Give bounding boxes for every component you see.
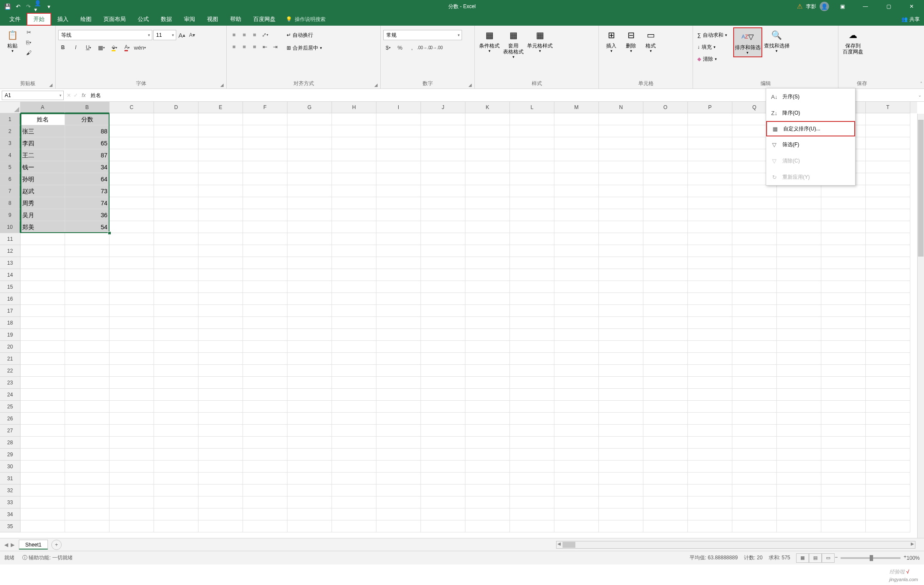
cell[interactable] bbox=[198, 496, 243, 508]
cell[interactable] bbox=[21, 257, 65, 269]
cell[interactable] bbox=[688, 305, 732, 317]
cell[interactable] bbox=[866, 341, 910, 353]
cell-styles-button[interactable]: ▦单元格样式▾ bbox=[525, 27, 554, 54]
cell[interactable] bbox=[643, 161, 688, 173]
col-header[interactable]: E bbox=[198, 102, 243, 113]
qat-more-icon[interactable]: ▾ bbox=[44, 2, 53, 11]
cell[interactable] bbox=[154, 305, 198, 317]
cell[interactable] bbox=[110, 149, 154, 161]
fx-icon[interactable]: fx bbox=[79, 92, 88, 98]
row-header[interactable]: 32 bbox=[0, 485, 21, 496]
cell[interactable] bbox=[777, 269, 821, 281]
cell[interactable] bbox=[732, 401, 777, 413]
cell[interactable] bbox=[688, 508, 732, 520]
cell[interactable] bbox=[643, 149, 688, 161]
cell[interactable] bbox=[599, 413, 643, 425]
cell[interactable] bbox=[821, 485, 866, 496]
next-sheet-icon[interactable]: ▶ bbox=[11, 542, 15, 548]
cell[interactable] bbox=[154, 281, 198, 293]
cell[interactable] bbox=[465, 520, 510, 532]
cell[interactable] bbox=[465, 209, 510, 221]
cell[interactable] bbox=[777, 473, 821, 485]
cell[interactable] bbox=[599, 377, 643, 389]
cell[interactable] bbox=[21, 425, 65, 437]
cell[interactable] bbox=[510, 485, 554, 496]
copy-icon[interactable]: ⎘▾ bbox=[24, 38, 33, 47]
italic-icon[interactable]: I bbox=[71, 43, 80, 52]
cell[interactable] bbox=[198, 197, 243, 209]
cell[interactable] bbox=[21, 496, 65, 508]
col-header[interactable]: O bbox=[643, 102, 688, 113]
cell[interactable] bbox=[243, 341, 287, 353]
cell[interactable] bbox=[421, 353, 465, 365]
cell[interactable] bbox=[110, 317, 154, 329]
cell[interactable] bbox=[599, 209, 643, 221]
cell[interactable] bbox=[154, 508, 198, 520]
cell[interactable] bbox=[243, 293, 287, 305]
cell[interactable] bbox=[599, 353, 643, 365]
cell[interactable] bbox=[287, 305, 332, 317]
cell[interactable] bbox=[777, 185, 821, 197]
cell[interactable] bbox=[287, 149, 332, 161]
cell[interactable] bbox=[510, 245, 554, 257]
cell[interactable] bbox=[688, 113, 732, 125]
cell[interactable] bbox=[110, 305, 154, 317]
cell[interactable] bbox=[243, 389, 287, 401]
tab-data[interactable]: 数据 bbox=[155, 13, 178, 26]
cell[interactable] bbox=[198, 281, 243, 293]
cell[interactable] bbox=[243, 329, 287, 341]
cell[interactable] bbox=[510, 365, 554, 377]
cell[interactable] bbox=[688, 389, 732, 401]
cell[interactable] bbox=[777, 389, 821, 401]
col-header[interactable]: L bbox=[510, 102, 554, 113]
col-header[interactable]: I bbox=[376, 102, 421, 113]
cell[interactable] bbox=[287, 197, 332, 209]
cell[interactable] bbox=[643, 173, 688, 185]
cell[interactable] bbox=[554, 317, 599, 329]
select-all-button[interactable] bbox=[0, 102, 21, 113]
cell[interactable] bbox=[821, 449, 866, 461]
expand-formula-icon[interactable]: ⌄ bbox=[918, 93, 921, 98]
cell[interactable] bbox=[554, 113, 599, 125]
cell[interactable] bbox=[732, 233, 777, 245]
cell[interactable] bbox=[376, 209, 421, 221]
cell[interactable] bbox=[866, 125, 910, 137]
cell[interactable] bbox=[777, 329, 821, 341]
cell[interactable] bbox=[154, 413, 198, 425]
cell[interactable] bbox=[332, 269, 376, 281]
cell[interactable] bbox=[821, 305, 866, 317]
cell[interactable] bbox=[688, 520, 732, 532]
cell[interactable] bbox=[154, 293, 198, 305]
cell[interactable] bbox=[599, 269, 643, 281]
cell[interactable] bbox=[243, 365, 287, 377]
cell[interactable] bbox=[287, 425, 332, 437]
tab-home[interactable]: 开始 bbox=[27, 13, 51, 26]
cell[interactable] bbox=[154, 161, 198, 173]
cell[interactable] bbox=[554, 473, 599, 485]
cell[interactable] bbox=[554, 185, 599, 197]
row-header[interactable]: 33 bbox=[0, 496, 21, 508]
user-icon[interactable]: 👤▾ bbox=[34, 2, 43, 11]
cell[interactable] bbox=[554, 520, 599, 532]
cell[interactable] bbox=[376, 425, 421, 437]
cell[interactable] bbox=[510, 305, 554, 317]
cell[interactable] bbox=[599, 221, 643, 233]
cell[interactable] bbox=[510, 449, 554, 461]
cell[interactable] bbox=[110, 508, 154, 520]
cell[interactable] bbox=[732, 485, 777, 496]
row-header[interactable]: 2 bbox=[0, 125, 21, 137]
cell[interactable] bbox=[332, 461, 376, 473]
cell[interactable] bbox=[688, 317, 732, 329]
cell[interactable] bbox=[243, 161, 287, 173]
cell[interactable] bbox=[332, 389, 376, 401]
cell[interactable] bbox=[376, 257, 421, 269]
cell[interactable] bbox=[243, 520, 287, 532]
cell[interactable] bbox=[21, 413, 65, 425]
decrease-indent-icon[interactable]: ⇤ bbox=[260, 42, 270, 51]
cell[interactable] bbox=[465, 413, 510, 425]
cell[interactable] bbox=[554, 305, 599, 317]
cell[interactable] bbox=[554, 508, 599, 520]
redo-icon[interactable]: ↷ bbox=[24, 2, 33, 11]
cell[interactable] bbox=[821, 245, 866, 257]
dialog-launcher-icon[interactable]: ◢ bbox=[468, 83, 472, 87]
